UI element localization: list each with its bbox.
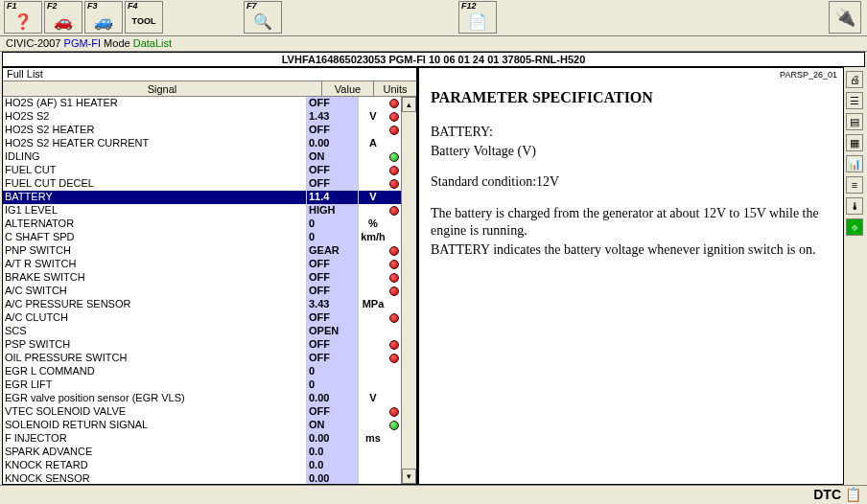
table-row[interactable]: FUEL CUTOFF — [3, 164, 401, 177]
cell-signal: KNOCK SENSOR — [3, 472, 307, 484]
f3-button[interactable]: F3🚙 — [84, 1, 123, 34]
status-dot — [387, 446, 401, 459]
temp-icon[interactable]: 🌡 — [846, 197, 863, 215]
dot-icon — [389, 179, 399, 189]
table-row[interactable]: KNOCK RETARD0.0 — [3, 459, 401, 472]
table-row[interactable]: EGR L COMMAND0 — [3, 365, 401, 378]
cell-units — [359, 338, 387, 352]
table-row[interactable]: IDLINGON — [3, 150, 401, 164]
table-row[interactable]: A/C CLUTCHOFF — [3, 311, 401, 325]
exit-icon[interactable]: ⎆ — [846, 218, 863, 236]
table-row[interactable]: PNP SWITCHGEAR — [3, 244, 401, 258]
tool-label: TOOL — [132, 16, 156, 26]
chart-icon[interactable]: 📊 — [846, 155, 863, 172]
doc-icon[interactable]: ▤ — [846, 113, 863, 130]
spec-pane: PARSP_26_01 PARAMETER SPECIFICATION BATT… — [418, 67, 844, 485]
f12-button[interactable]: F12📄 — [458, 1, 497, 34]
info-bar: LVHFA164865023053 PGM-FI 10 06 01 24 01 … — [2, 52, 865, 67]
f7-button[interactable]: F7🔍 — [244, 1, 282, 34]
cell-units — [359, 405, 387, 419]
dot-icon — [389, 126, 399, 135]
dot-icon — [389, 112, 399, 122]
table-row[interactable]: FUEL CUT DECELOFF — [3, 177, 401, 191]
cell-signal: F INJECTOR — [3, 432, 307, 446]
side-toolbar: 🖨 ☰ ▤ ▦ 📊 ≡ 🌡 ⎆ — [844, 67, 865, 485]
scrollbar[interactable]: ▴ ▾ — [401, 97, 416, 484]
scroll-up-icon[interactable]: ▴ — [402, 97, 416, 112]
status-dot — [387, 352, 401, 365]
connector-icon[interactable]: 🔌 — [829, 1, 861, 34]
status-dot — [387, 231, 401, 244]
table-row[interactable]: HO2S (AF) S1 HEATEROFF — [3, 97, 401, 110]
bc-mode: Mode — [104, 37, 130, 49]
table-row[interactable]: OIL PRESSURE SWITCHOFF — [3, 352, 401, 365]
table-row[interactable]: C SHAFT SPD0km/h — [3, 231, 401, 244]
cell-signal: HO2S S2 HEATER CURRENT — [3, 137, 307, 150]
bc-vehicle: CIVIC-2007 — [6, 37, 60, 49]
cell-value: OFF — [307, 97, 359, 110]
print-icon[interactable]: 🖨 — [846, 71, 863, 88]
table-row[interactable]: IG1 LEVELHIGH — [3, 204, 401, 218]
cell-value: OFF — [307, 258, 359, 271]
search-icon: 🔍 — [253, 12, 272, 31]
table-row[interactable]: A/T R SWITCHOFF — [3, 258, 401, 271]
status-dot — [387, 419, 401, 432]
status-dot — [387, 258, 401, 271]
cell-signal: A/C CLUTCH — [3, 311, 307, 325]
dot-icon — [389, 152, 399, 162]
table-row[interactable]: SPARK ADVANCE0.0 — [3, 446, 401, 459]
cell-signal: EGR valve position sensor (EGR VLS) — [3, 392, 307, 405]
status-dot — [387, 191, 401, 204]
table-row[interactable]: SCSOPEN — [3, 325, 401, 338]
cell-value: OFF — [307, 285, 359, 298]
table-row[interactable]: ALTERNATOR0% — [3, 218, 401, 231]
table-row[interactable]: EGR LIFT0 — [3, 378, 401, 392]
f2-button[interactable]: F2🚗 — [44, 1, 82, 34]
cell-signal: OIL PRESSURE SWITCH — [3, 352, 307, 365]
table-row[interactable]: HO2S S2 HEATEROFF — [3, 124, 401, 137]
cell-units — [359, 352, 387, 365]
cell-signal: A/T R SWITCH — [3, 258, 307, 271]
status-dot — [387, 472, 401, 484]
table-row[interactable]: A/C SWITCHOFF — [3, 285, 401, 298]
status-dot — [387, 392, 401, 405]
f1-button[interactable]: F1❓ — [4, 1, 42, 34]
f4-button[interactable]: F4TOOL — [125, 1, 163, 34]
table-row[interactable]: A/C PRESSURE SENSOR3.43MPa — [3, 298, 401, 311]
dot-icon — [389, 99, 399, 108]
status-dot — [387, 218, 401, 231]
cell-value: HIGH — [307, 204, 359, 218]
table-row[interactable]: EGR valve position sensor (EGR VLS)0.00V — [3, 392, 401, 405]
table-row[interactable]: F INJECTOR0.00ms — [3, 432, 401, 446]
cell-value: 0 — [307, 231, 359, 244]
cell-value: OFF — [307, 405, 359, 419]
cell-value: OFF — [307, 352, 359, 365]
scroll-down-icon[interactable]: ▾ — [402, 469, 416, 484]
cell-units — [359, 177, 387, 191]
spec-line: The battery is charged from the generato… — [431, 205, 832, 240]
table-row[interactable]: KNOCK SENSOR0.00 — [3, 472, 401, 484]
cell-units — [359, 378, 387, 392]
table-row[interactable]: VTEC SOLENOID VALVEOFF — [3, 405, 401, 419]
cell-units — [359, 124, 387, 137]
table-row[interactable]: SOLENOID RETURN SIGNALON — [3, 419, 401, 432]
table-row[interactable]: BRAKE SWITCHOFF — [3, 271, 401, 285]
cell-value: 11.4 — [307, 191, 359, 204]
data-list-pane: Full List Signal Value Units HO2S (AF) S… — [2, 67, 418, 485]
status-dot — [387, 124, 401, 137]
cell-units — [359, 150, 387, 164]
status-icon: 📋 — [845, 487, 861, 502]
table-row[interactable]: HO2S S2 HEATER CURRENT0.00A — [3, 137, 401, 150]
bars-icon[interactable]: ≡ — [846, 176, 863, 194]
cell-value: OFF — [307, 311, 359, 325]
cell-signal: FUEL CUT — [3, 164, 307, 177]
grid-icon[interactable]: ▦ — [846, 134, 863, 151]
dot-icon — [389, 340, 399, 350]
table-row[interactable]: BATTERY11.4V — [3, 191, 401, 204]
list-icon[interactable]: ☰ — [846, 92, 863, 109]
dtc-label[interactable]: DTC — [813, 487, 841, 502]
table-row[interactable]: HO2S S21.43V — [3, 110, 401, 124]
scroll-track[interactable] — [402, 112, 416, 469]
table-row[interactable]: PSP SWITCHOFF — [3, 338, 401, 352]
cell-units: MPa — [359, 298, 387, 311]
